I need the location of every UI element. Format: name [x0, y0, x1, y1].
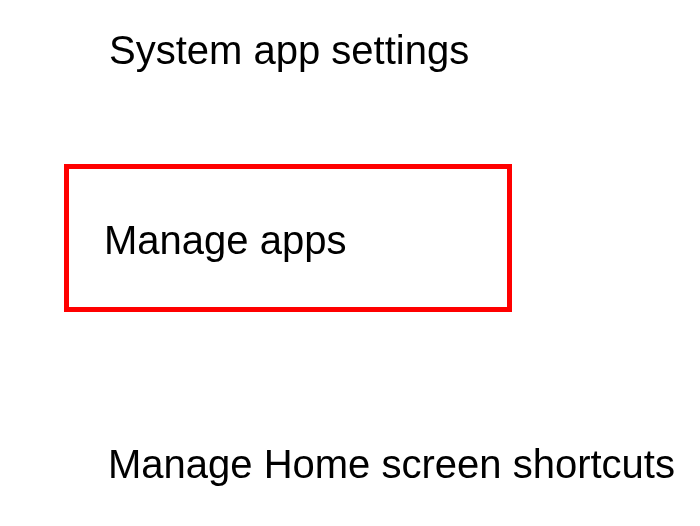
settings-item-manage-home-shortcuts[interactable]: Manage Home screen shortcuts: [0, 442, 700, 487]
settings-item-label: Manage apps: [0, 218, 346, 263]
settings-item-label: Manage Home screen shortcuts: [0, 442, 675, 487]
settings-item-label: System app settings: [0, 28, 469, 73]
settings-list: System app settings Manage apps Manage H…: [0, 0, 700, 83]
settings-item-manage-apps[interactable]: Manage apps: [0, 170, 700, 310]
settings-item-system-app-settings[interactable]: System app settings: [0, 10, 700, 83]
